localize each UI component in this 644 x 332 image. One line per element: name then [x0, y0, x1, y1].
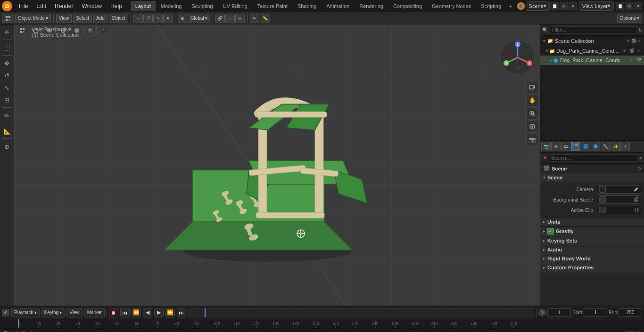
- current-frame-display[interactable]: 1: [547, 308, 571, 317]
- vl-action-btn3[interactable]: ✕: [634, 2, 642, 10]
- collection-render-icon[interactable]: 🎬: [631, 39, 636, 43]
- vp-render-shading-solid[interactable]: [71, 26, 83, 35]
- active-clip-icon[interactable]: 🎞: [635, 208, 639, 212]
- ol-arrow-1[interactable]: ▾: [546, 49, 548, 53]
- proportional-mode-icon[interactable]: ◎: [235, 14, 245, 23]
- ol-view-btn-1[interactable]: 👁: [621, 48, 627, 54]
- viewport-options-btn[interactable]: Options ▾: [617, 14, 642, 23]
- collection-collapse-arrow[interactable]: ▾: [543, 39, 545, 43]
- viewport[interactable]: User Perspective (1) Scene Collection: [14, 24, 540, 306]
- tab-compositing[interactable]: Compositing: [388, 1, 427, 11]
- scene-action-btn3[interactable]: ✕: [569, 2, 577, 10]
- scale-tool-lt-btn[interactable]: ⤡: [1, 82, 13, 93]
- gravity-section-header[interactable]: ▸ ✓ Gravity: [540, 227, 644, 236]
- tab-modeling[interactable]: Modeling: [156, 1, 187, 11]
- tab-animation[interactable]: Animation: [322, 1, 354, 11]
- tab-layout[interactable]: Layout: [131, 1, 156, 11]
- scene-section-header[interactable]: ▾ Scene: [540, 173, 644, 182]
- tab-uv-editing[interactable]: UV Editing: [218, 1, 252, 11]
- props-search-input[interactable]: [549, 154, 639, 162]
- vp-view-shading-btn[interactable]: [30, 26, 42, 35]
- start-frame-field[interactable]: 1: [584, 308, 607, 317]
- menu-help[interactable]: Help: [107, 2, 126, 10]
- view-layer-selector[interactable]: View Layer ▾: [579, 1, 614, 11]
- playback-btn[interactable]: Playback ▾: [11, 308, 40, 317]
- viewport-camera-btn[interactable]: [526, 81, 538, 93]
- step-back-btn[interactable]: ⏪: [132, 308, 141, 317]
- viewport-view-menu[interactable]: View: [56, 14, 72, 23]
- tab-texture-paint[interactable]: Texture Paint: [253, 1, 292, 11]
- vp-editor-type-btn[interactable]: [16, 26, 28, 35]
- jump-end-btn[interactable]: ⏭: [177, 308, 186, 317]
- measure-icon[interactable]: 📏: [261, 14, 270, 23]
- tab-scripting[interactable]: Scripting: [476, 1, 506, 11]
- jump-start-btn[interactable]: ⏮: [120, 308, 130, 317]
- viewport-zoom-btn[interactable]: [526, 107, 538, 120]
- gravity-checkbox[interactable]: ✓: [547, 228, 554, 235]
- outliner-filter-btn[interactable]: 🔍: [542, 27, 548, 32]
- menu-render[interactable]: Render: [51, 2, 77, 10]
- camera-value-field[interactable]: 💉: [597, 185, 641, 194]
- rotate-tool-lt-btn[interactable]: ↺: [1, 70, 13, 81]
- active-clip-value-field[interactable]: 🎞: [597, 206, 641, 214]
- camera-eyedrop-icon[interactable]: 💉: [634, 187, 639, 192]
- transform-orient-icon[interactable]: ⊕: [178, 14, 187, 23]
- keying-btn[interactable]: Keying ▾: [41, 308, 65, 317]
- annotate-lt-btn[interactable]: ✏: [1, 110, 13, 121]
- prop-icon-object[interactable]: 🔷: [591, 142, 600, 151]
- tab-sculpting[interactable]: Sculpting: [187, 1, 217, 11]
- scene-action-btn1[interactable]: 📋: [551, 2, 559, 10]
- tab-shading[interactable]: Shading: [293, 1, 321, 11]
- menu-file[interactable]: File: [15, 2, 32, 10]
- outline-item-2[interactable]: ▸ 🔷 Dog_Park_Canine_Condc 👁 🎬: [540, 56, 644, 65]
- cursor-tool-btn[interactable]: ✛: [1, 26, 13, 38]
- viewport-hand-btn[interactable]: ✋: [526, 94, 538, 106]
- measure-lt-btn[interactable]: 📐: [1, 125, 13, 137]
- vl-action-btn1[interactable]: 📋: [616, 2, 624, 10]
- annotate-icon[interactable]: ✏: [250, 14, 259, 23]
- rigid-body-world-section-header[interactable]: ▸ Rigid Body World: [540, 254, 644, 263]
- menu-window[interactable]: Window: [78, 2, 106, 10]
- vp-overlay-btn[interactable]: [43, 26, 56, 35]
- marker-btn[interactable]: Marker: [84, 308, 105, 317]
- transform-tool-btn[interactable]: ✦: [163, 14, 173, 23]
- timeline-editor-type-btn[interactable]: ⏱: [2, 309, 9, 316]
- scene-selector[interactable]: Scene ▾: [526, 1, 550, 11]
- scene-prop-options[interactable]: ⊙: [637, 166, 641, 171]
- object-mode-dropdown[interactable]: Object Mode ▾: [15, 14, 51, 23]
- prop-icon-modifier[interactable]: 🔧: [601, 142, 610, 151]
- outliner-search-input[interactable]: [550, 26, 636, 33]
- add-lt-btn[interactable]: ⊕: [1, 141, 13, 152]
- transform-lt-btn[interactable]: ⊞: [1, 94, 13, 105]
- timeline-view-btn[interactable]: View: [66, 308, 83, 317]
- viewport-object-menu[interactable]: Object: [109, 14, 128, 23]
- end-frame-field[interactable]: 250: [619, 308, 642, 317]
- custom-props-section-header[interactable]: ▸ Custom Properties: [540, 263, 644, 272]
- background-scene-value-field[interactable]: 🎬: [597, 195, 641, 204]
- rotate-tool-btn[interactable]: ↺: [143, 14, 153, 23]
- outliner-sort-btn[interactable]: ⇅: [638, 27, 642, 32]
- outline-item-1[interactable]: ▾ 📁 Dog_Park_Canine_Condo_Gre 👁 🎬 ✕: [540, 46, 644, 56]
- add-workspace-button[interactable]: +: [506, 2, 515, 10]
- collection-exclude-icon[interactable]: ✕: [637, 39, 641, 43]
- select-box-btn[interactable]: ⬚: [1, 42, 13, 53]
- vl-action-btn2[interactable]: ➕: [625, 2, 633, 10]
- snap-icon[interactable]: 🔗: [215, 14, 225, 23]
- nav-gizmo[interactable]: Z X Y: [499, 39, 537, 76]
- play-reverse-btn[interactable]: ◀: [143, 308, 152, 317]
- ol-render-btn-1[interactable]: 🎬: [628, 48, 636, 54]
- viewport-select-menu[interactable]: Select: [73, 14, 92, 23]
- ol-exclude-btn-1[interactable]: ✕: [636, 48, 642, 54]
- bg-scene-icon[interactable]: 🎬: [634, 197, 639, 202]
- timeline-scrubber[interactable]: [190, 308, 534, 317]
- prop-icon-particles[interactable]: ✨: [611, 142, 620, 151]
- prop-icon-physics[interactable]: ⚛: [620, 142, 630, 151]
- collection-view-icon[interactable]: 👁: [626, 39, 630, 43]
- menu-edit[interactable]: Edit: [33, 2, 50, 10]
- viewport-overlay-toggle[interactable]: 📷: [526, 134, 538, 146]
- proportional-icon[interactable]: ○: [225, 14, 235, 23]
- app-logo[interactable]: B: [2, 1, 12, 11]
- transform-orientation-dropdown[interactable]: Global ▾: [188, 14, 210, 23]
- vp-render-shading-rendered[interactable]: [98, 26, 110, 35]
- keying-sets-section-header[interactable]: ▸ Keying Sets: [540, 236, 644, 245]
